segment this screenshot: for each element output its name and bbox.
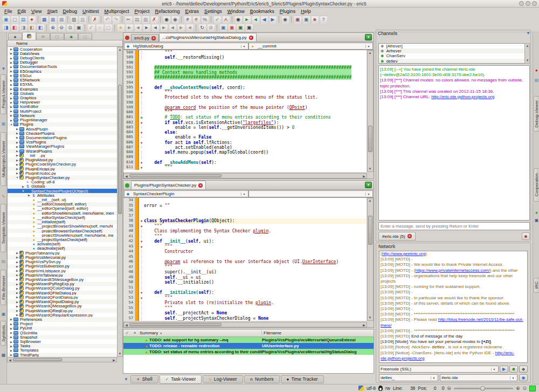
expand-arrow-icon[interactable]: ▶: [15, 256, 19, 259]
tree-item[interactable]: ▼◆SyntaxCheckerPlugin(QObject): [8, 189, 117, 193]
tree-item[interactable]: ▶PluginEricapi.py: [8, 167, 117, 171]
bookmark-prev-icon[interactable]: ◄: [134, 24, 142, 32]
dock-tab-multiproject-viewer[interactable]: Multiproject-Viewer: [1, 132, 6, 186]
user-list-scrollbar[interactable]: ▲ ▼: [524, 43, 530, 64]
tree-item[interactable]: ▶DocumentationTools: [8, 65, 117, 69]
scroll-down-icon[interactable]: ▼: [368, 167, 372, 171]
goto-percent-icon[interactable]: %: [201, 16, 209, 24]
code-line[interactable]: 610▼ def __showAddMenu(self):: [123, 160, 367, 165]
redo-icon[interactable]: ↷: [112, 16, 120, 24]
tree-item[interactable]: ▶PluginVcsPySvn.py: [8, 260, 117, 264]
code-line[interactable]: 55│ """: [123, 306, 367, 311]
task-row[interactable]: ▲TODO: add support for hg summary --mqPl…: [123, 337, 374, 343]
tree-item[interactable]: ▶Templates: [8, 348, 117, 353]
close-tab-icon[interactable]: ✕: [198, 183, 203, 188]
zoom-reset-icon[interactable]: ⊙: [66, 24, 74, 32]
code-line[interactable]: 591 ####################################…: [123, 65, 367, 70]
expand-arrow-icon[interactable]: ▶: [15, 260, 19, 264]
paste-icon[interactable]: ▥: [142, 16, 150, 24]
restart-icon[interactable]: ◧: [37, 24, 45, 32]
expand-arrow-icon[interactable]: ▶: [15, 159, 19, 162]
expand-arrow-icon[interactable]: ▶: [9, 322, 13, 326]
code-line[interactable]: 53▼ """: [123, 295, 367, 301]
tree-item[interactable]: ▶IconEditor: [8, 105, 117, 109]
menu-window[interactable]: Window: [225, 9, 247, 14]
zoom-slider[interactable]: [454, 388, 513, 389]
whitespace-icon[interactable]: ∕: [87, 24, 95, 32]
scroll-up-icon[interactable]: ▲: [368, 198, 372, 203]
undo-icon[interactable]: ↶: [103, 16, 112, 24]
tree-item[interactable]: ▶PluginWizardE5MessageBox.py: [8, 277, 117, 281]
tree-item[interactable]: ▶MultiProject: [8, 109, 117, 113]
message-input[interactable]: [378, 222, 530, 230]
close-icon[interactable]: ✕: [407, 234, 412, 238]
tree-item[interactable]: ▶PluginWizardQInputDialog.py: [8, 299, 117, 304]
nickname-combo[interactable]: detlev_ ▼: [379, 374, 438, 381]
menu-view[interactable]: View: [29, 9, 44, 14]
expand-arrow-icon[interactable]: ▶: [9, 119, 13, 122]
tree-item[interactable]: ▶Examples: [8, 87, 117, 91]
tree-item[interactable]: ▶Debugger: [8, 60, 117, 65]
away-button[interactable]: ☻: [509, 366, 518, 373]
expand-arrow-icon[interactable]: ▶: [15, 154, 19, 157]
expand-arrow-icon[interactable]: ▶: [9, 61, 13, 64]
message-link[interactable]: http://www.geeknic.org: [382, 251, 425, 256]
bookmark-add-icon[interactable]: ★: [117, 24, 125, 32]
code-line[interactable]: 608│ self.menu.popup(self.mapToGlobal(co…: [123, 150, 367, 155]
expand-arrow-icon[interactable]: ▶: [15, 269, 19, 272]
zoom-reset-icon[interactable]: ⊙: [522, 386, 527, 391]
code-line[interactable]: 52▼ def __initialize(self):: [123, 290, 367, 295]
code-line[interactable]: 597│ Protected slot to show the context …: [123, 95, 367, 100]
fold-collapse-icon[interactable]: ▼: [139, 295, 144, 301]
menu-extras[interactable]: Extras: [183, 9, 202, 14]
fold-collapse-icon[interactable]: ▼: [139, 290, 144, 295]
fold-collapse-icon[interactable]: ▼: [139, 218, 144, 224]
code-line[interactable]: 602▼ if self.vcs.isExtensionActive("larg…: [123, 120, 367, 125]
bottom-tab-log-viewer[interactable]: VLog-Viewer: [203, 375, 243, 383]
expand-arrow-icon[interactable]: ▶: [15, 291, 19, 294]
menu-start[interactable]: Start: [44, 9, 60, 14]
debug-script-icon[interactable]: ◨: [19, 24, 27, 32]
search-next-icon[interactable]: ►: [243, 16, 251, 24]
screenshot-icon[interactable]: ▣: [75, 24, 83, 32]
shell-window-icon[interactable]: ▣: [237, 24, 245, 32]
stop-icon[interactable]: ⊘: [207, 24, 215, 32]
expand-arrow-icon[interactable]: ▶: [9, 318, 13, 321]
search-word-icon[interactable]: ◉: [234, 16, 243, 24]
message-link[interactable]: http://eric-ide.python-projects.org: [431, 94, 494, 99]
tree-item[interactable]: ▶Graphics: [8, 95, 117, 100]
dock-tab-cooperation[interactable]: Cooperation: [534, 168, 539, 202]
filter-icon[interactable]: ▼: [526, 31, 530, 36]
fold-collapse-icon[interactable]: ▼: [139, 90, 144, 95]
code-line[interactable]: 37: [123, 214, 367, 219]
expand-arrow-icon[interactable]: ▶: [15, 136, 19, 139]
tree-item[interactable]: ▶__init__.py: [8, 153, 117, 157]
expand-arrow-icon[interactable]: ▼: [9, 123, 13, 126]
docs-icon[interactable]: ▤: [534, 78, 539, 83]
scroll-right-icon[interactable]: ▶: [112, 358, 116, 363]
print-preview-icon[interactable]: ▥: [79, 16, 87, 24]
expand-arrow-icon[interactable]: ▶: [15, 145, 19, 148]
menu-plugins[interactable]: Plugins: [277, 9, 299, 14]
tree-item[interactable]: ▶DocumentationPlugins: [8, 135, 117, 140]
scroll-up-icon[interactable]: ▲: [368, 51, 372, 56]
task-prev-icon[interactable]: ◄: [151, 24, 160, 32]
goto-line-icon[interactable]: #: [184, 16, 192, 24]
tab-sources[interactable]: ●: [8, 33, 22, 40]
table-icon[interactable]: ▦: [1, 353, 6, 358]
expand-arrow-icon[interactable]: ▶: [15, 265, 19, 268]
code-line[interactable]: 600│ """: [123, 110, 367, 115]
code-line[interactable]: 599│ @param coord the position of the mo…: [123, 105, 367, 110]
close-editor-icon[interactable]: ✗: [91, 16, 99, 24]
code-line[interactable]: 592 ## Context menu handling methods: [123, 70, 367, 75]
expand-arrow-icon[interactable]: ▶: [9, 79, 13, 82]
search-prev-icon[interactable]: ◄: [252, 16, 260, 24]
tree-item[interactable]: ▶PluginCodeStyleChecker.py: [8, 162, 117, 167]
eol-icon[interactable]: ○: [96, 24, 104, 32]
code-line[interactable]: 36: [123, 208, 367, 214]
expand-arrow-icon[interactable]: ▶: [15, 309, 19, 312]
tree-item[interactable]: ▶PluginWizardQColorDialog.py: [8, 286, 117, 291]
tab-list-dropdown-icon[interactable]: ▼: [365, 182, 372, 188]
code-line[interactable]: 38▼class SyntaxCheckerPlugin(QObject):: [123, 218, 367, 224]
scroll-down-icon[interactable]: ▼: [118, 352, 122, 356]
